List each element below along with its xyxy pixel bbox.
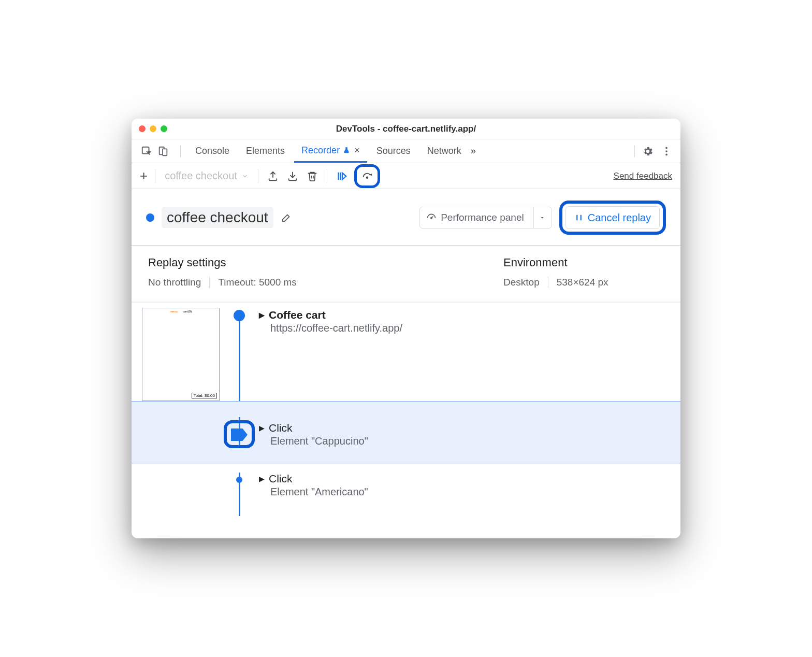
recording-name[interactable]: coffee checkout — [162, 207, 273, 228]
step-title: ▶Click — [259, 422, 670, 434]
step-subtitle: https://coffee-cart.netlify.app/ — [270, 322, 670, 334]
current-step-highlight — [224, 420, 255, 448]
new-recording-button[interactable]: + — [140, 168, 148, 184]
recording-header: coffee checkout Performance panel Cancel… — [132, 189, 680, 246]
minimize-window-button[interactable] — [150, 125, 156, 132]
throttling-value[interactable]: No throttling — [148, 277, 201, 288]
cancel-replay-label: Cancel replay — [588, 212, 651, 224]
slow-replay-icon[interactable] — [360, 169, 374, 183]
performance-panel-label: Performance panel — [441, 212, 524, 223]
expand-caret-icon[interactable]: ▶ — [259, 475, 265, 483]
step-row-active[interactable]: ▶Click Element "Cappucino" — [132, 401, 680, 464]
step-play-icon[interactable] — [335, 169, 349, 183]
timeline-node — [236, 477, 242, 483]
device-value: Desktop — [503, 277, 540, 288]
delete-icon[interactable] — [305, 169, 320, 183]
recorder-toolbar: + coffee checkout Send feedback — [132, 163, 680, 189]
timeout-value[interactable]: Timeout: 5000 ms — [218, 277, 296, 288]
recording-select[interactable]: coffee checkout — [163, 170, 251, 182]
step-subtitle: Element "Cappucino" — [270, 435, 670, 447]
titlebar: DevTools - coffee-cart.netlify.app/ — [132, 119, 680, 139]
close-window-button[interactable] — [139, 125, 146, 132]
svg-point-4 — [665, 150, 668, 152]
expand-caret-icon[interactable]: ▶ — [259, 311, 265, 319]
step-title: ▶Click — [259, 473, 670, 485]
tab-console[interactable]: Console — [188, 139, 237, 163]
performance-panel-select[interactable]: Performance panel — [419, 207, 552, 228]
replay-settings-heading: Replay settings — [148, 256, 503, 269]
tab-recorder[interactable]: Recorder × — [294, 139, 367, 163]
svg-point-5 — [665, 153, 668, 155]
slow-replay-highlight — [354, 164, 380, 188]
send-feedback-link[interactable]: Send feedback — [614, 171, 672, 181]
close-tab-icon[interactable]: × — [354, 145, 360, 156]
inspect-element-icon[interactable] — [141, 146, 152, 157]
settings-section: Replay settings No throttling Timeout: 5… — [132, 246, 680, 303]
timeline-node-current — [231, 429, 248, 441]
cancel-replay-button[interactable]: Cancel replay — [566, 206, 660, 229]
export-icon[interactable] — [266, 169, 280, 183]
svg-rect-2 — [163, 149, 167, 155]
svg-point-7 — [431, 218, 432, 219]
svg-point-6 — [367, 177, 368, 178]
expand-caret-icon[interactable]: ▶ — [259, 424, 265, 432]
tab-network[interactable]: Network — [420, 139, 469, 163]
traffic-lights — [139, 125, 167, 132]
tab-sources[interactable]: Sources — [369, 139, 418, 163]
import-icon[interactable] — [285, 169, 300, 183]
timeline-node-start — [234, 310, 245, 321]
kebab-menu-icon[interactable] — [661, 146, 672, 157]
dimensions-value: 538×624 px — [557, 277, 608, 288]
step-row[interactable]: menu cart(0) Total: $0.00 ▶Coffee cart h… — [132, 303, 680, 401]
devtools-window: DevTools - coffee-cart.netlify.app/ Cons… — [132, 119, 680, 538]
edit-name-icon[interactable] — [281, 212, 292, 223]
environment-heading: Environment — [503, 256, 664, 269]
more-tabs-icon[interactable]: » — [471, 146, 476, 156]
settings-gear-icon[interactable] — [642, 146, 654, 157]
recording-status-dot — [146, 213, 154, 222]
tab-elements[interactable]: Elements — [239, 139, 292, 163]
step-subtitle: Element "Americano" — [270, 486, 670, 498]
svg-point-3 — [665, 147, 668, 149]
maximize-window-button[interactable] — [161, 125, 167, 132]
window-title: DevTools - coffee-cart.netlify.app/ — [132, 124, 680, 134]
screenshot-thumbnail: menu cart(0) Total: $0.00 — [142, 308, 220, 401]
step-title: ▶Coffee cart — [259, 309, 670, 321]
devtools-tabbar: Console Elements Recorder × Sources Netw… — [132, 139, 680, 163]
cancel-replay-highlight: Cancel replay — [559, 201, 666, 235]
performance-panel-dropdown-icon[interactable] — [533, 207, 545, 228]
steps-timeline: menu cart(0) Total: $0.00 ▶Coffee cart h… — [132, 303, 680, 538]
step-row[interactable]: ▶Click Element "Americano" — [132, 464, 680, 516]
device-toolbar-icon[interactable] — [157, 146, 169, 157]
experiment-icon — [343, 147, 350, 154]
